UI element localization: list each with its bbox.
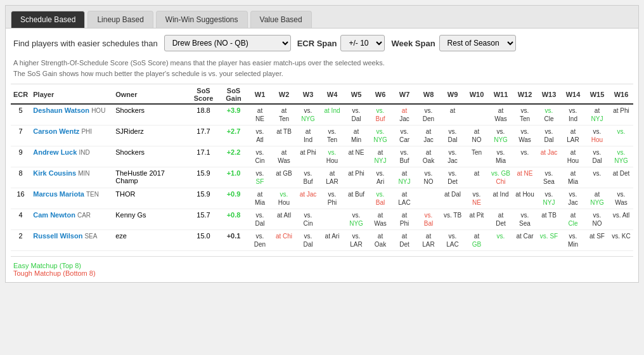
col-sos-score: SoSScore — [188, 84, 219, 104]
player-name[interactable]: Marcus Mariota — [33, 190, 84, 198]
cell-week-6: atNYJ — [368, 146, 392, 167]
schedule-table: ECR Player Owner SoSScore SoSGain W1 W2 … — [11, 84, 633, 251]
cell-week-10: at Pit — [465, 209, 489, 230]
cell-week-14: atLAR — [561, 126, 585, 146]
cell-week-6: vs.NYG — [368, 126, 392, 146]
cell-ecr: 16 — [11, 188, 30, 209]
cell-ecr: 9 — [11, 146, 30, 167]
table-row: 5Deshaun Watson HOUShockers18.8+3.9atNEa… — [11, 104, 633, 126]
cell-week-15: vs. — [585, 167, 609, 188]
col-w8: W8 — [416, 84, 441, 104]
cell-week-4: at Ari — [320, 230, 344, 251]
cell-week-3: vs.Cin — [296, 209, 320, 230]
cell-week-16: at Det — [609, 167, 633, 188]
cell-week-11: vs. GBChi — [489, 167, 513, 188]
cell-week-5: at NE — [344, 146, 368, 167]
col-w6: W6 — [368, 84, 392, 104]
cell-owner: eze — [113, 230, 188, 251]
cell-week-9: vs.Det — [441, 167, 465, 188]
cell-week-3: at Phi — [296, 146, 320, 167]
cell-sos-gain: +2.7 — [219, 126, 248, 146]
cell-week-9: vs. TB — [441, 209, 465, 230]
cell-week-8: vs.NO — [416, 167, 441, 188]
player-name[interactable]: Russell Wilson — [33, 232, 82, 240]
cell-week-11: vs.NYG — [489, 126, 513, 146]
table-row: 9Andrew Luck INDShockers17.1+2.2vs.Cinat… — [11, 146, 633, 167]
cell-week-9: at — [441, 104, 465, 126]
col-w16: W16 — [609, 84, 633, 104]
cell-week-14: vs.Min — [561, 230, 585, 251]
table-row: 8Kirk Cousins MINTheHustle 2017 Champ15.… — [11, 167, 633, 188]
cell-week-7: atPhi — [392, 209, 416, 230]
player-name[interactable]: Andrew Luck — [33, 148, 77, 156]
cell-week-10 — [465, 104, 489, 126]
cell-sos-score: 17.1 — [188, 146, 219, 167]
cell-week-3: vs.Dal — [296, 230, 320, 251]
ecr-span-select[interactable]: +/- 10 — [340, 35, 385, 51]
find-label: Find players with easier schedules than — [13, 39, 158, 48]
cell-player: Russell Wilson SEA — [30, 230, 113, 251]
team-abbr: PHI — [81, 128, 92, 135]
col-w9: W9 — [441, 84, 465, 104]
cell-week-9: vs.LAC — [441, 230, 465, 251]
cell-owner: Shockers — [113, 146, 188, 167]
cell-week-13: vs.Cle — [537, 104, 561, 126]
cell-player: Marcus Mariota TEN — [30, 188, 113, 209]
player-name[interactable]: Kirk Cousins — [33, 169, 76, 177]
cell-week-8: vs.Den — [416, 104, 441, 126]
cell-player: Deshaun Watson HOU — [30, 104, 113, 126]
cell-week-6: vs.Bal — [368, 188, 392, 209]
cell-week-16: vs. KC — [609, 230, 633, 251]
cell-week-1: vs.Cin — [248, 146, 272, 167]
player-name[interactable]: Carson Wentz — [33, 127, 79, 135]
cell-player: Andrew Luck IND — [30, 146, 113, 167]
cell-week-4: vs.Ten — [320, 126, 344, 146]
col-player: Player — [30, 84, 113, 104]
tab-lineup-based[interactable]: Lineup Based — [87, 11, 153, 28]
cell-week-5: vs.NYG — [344, 209, 368, 230]
player-name[interactable]: Deshaun Watson — [33, 106, 89, 114]
cell-player: Carson Wentz PHI — [30, 126, 113, 146]
cell-week-13: vs.NYJ — [537, 188, 561, 209]
cell-week-15: at SF — [585, 230, 609, 251]
col-w13: W13 — [537, 84, 561, 104]
cell-week-6: vs.Ari — [368, 167, 392, 188]
cell-sos-gain: +0.1 — [219, 230, 248, 251]
cell-week-13: vs. SF — [537, 230, 561, 251]
tab-win-win[interactable]: Win-Win Suggestions — [156, 11, 248, 28]
cell-week-10: Ten — [465, 146, 489, 167]
week-span-group: Week Span Rest of Season — [391, 35, 515, 51]
cell-ecr: 4 — [11, 209, 30, 230]
cell-week-13: at Jac — [537, 146, 561, 167]
cell-week-12: vs.Ten — [513, 104, 537, 126]
cell-week-10: atGB — [465, 230, 489, 251]
cell-week-9: vs.Dal — [441, 126, 465, 146]
cell-sos-score: 15.0 — [188, 230, 219, 251]
team-abbr: TEN — [86, 191, 99, 198]
cell-week-13: at TB — [537, 209, 561, 230]
week-span-select[interactable]: Rest of Season — [439, 35, 516, 51]
cell-week-4 — [320, 209, 344, 230]
cell-player: Cam Newton CAR — [30, 209, 113, 230]
cell-owner: Kenny Gs — [113, 209, 188, 230]
tab-schedule-based[interactable]: Schedule Based — [11, 11, 85, 28]
table-row: 4Cam Newton CARKenny Gs15.7+0.8vs.Dalat … — [11, 209, 633, 230]
cell-week-10: atNO — [465, 126, 489, 146]
cell-week-14: atCle — [561, 209, 585, 230]
cell-week-6: vs.Buf — [368, 104, 392, 126]
cell-ecr: 2 — [11, 230, 30, 251]
cell-week-16: vs.NYG — [609, 146, 633, 167]
col-w10: W10 — [465, 84, 489, 104]
cell-week-16: at Phi — [609, 104, 633, 126]
col-w11: W11 — [489, 84, 513, 104]
cell-week-6: atWas — [368, 209, 392, 230]
desc-line-2: The SoS Gain shows how much better the p… — [13, 68, 631, 79]
player-select[interactable]: Drew Brees (NO - QB) — [164, 35, 291, 51]
cell-week-2: atTen — [272, 104, 296, 126]
cell-week-9: vs.Jac — [441, 146, 465, 167]
cell-week-11: atDet — [489, 209, 513, 230]
tab-value-based[interactable]: Value Based — [250, 11, 312, 28]
col-owner: Owner — [113, 84, 188, 104]
col-sos-gain: SoSGain — [219, 84, 248, 104]
player-name[interactable]: Cam Newton — [33, 211, 75, 219]
